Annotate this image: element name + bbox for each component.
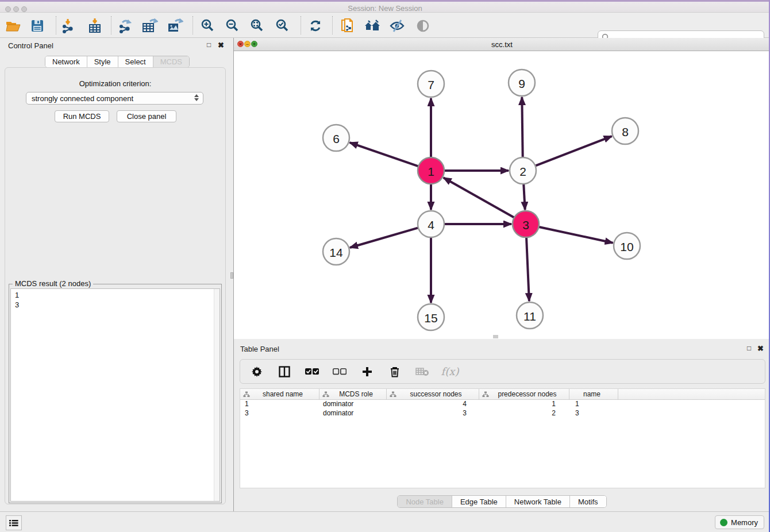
float-panel-icon[interactable]: □ (207, 41, 211, 49)
tab-network[interactable]: Network (45, 56, 87, 67)
edge-3-11[interactable] (526, 236, 529, 301)
edge-3-10[interactable] (538, 226, 613, 242)
tab-edge-table[interactable]: Edge Table (452, 496, 506, 507)
table-cell[interactable]: 3 (569, 409, 618, 418)
select-spinner-icon (194, 94, 199, 101)
node-label-1: 1 (428, 165, 434, 178)
import-network-icon[interactable] (60, 17, 77, 34)
control-panel: Control Panel □ ✖ NetworkStyleSelectMCDS… (0, 38, 230, 511)
close-panel-icon[interactable]: ✖ (218, 41, 224, 49)
delete-table-icon[interactable] (415, 364, 430, 379)
network-canvas[interactable]: 1234678910111415 (234, 51, 770, 339)
deselect-all-checkboxes-icon[interactable] (332, 364, 347, 379)
open-session-icon[interactable] (5, 17, 22, 34)
tab-mcds[interactable]: MCDS (153, 56, 189, 67)
table-cell[interactable]: 2 (479, 409, 569, 418)
node-label-10: 10 (620, 240, 633, 253)
column-header-MCDS-role[interactable]: MCDS role (319, 389, 387, 399)
task-history-button[interactable] (6, 515, 22, 530)
result-scrollbar[interactable] (214, 289, 220, 501)
select-all-checkboxes-icon[interactable] (305, 364, 319, 379)
function-builder-icon[interactable]: f(x) (442, 364, 457, 379)
tab-network-table[interactable]: Network Table (506, 496, 570, 507)
zoom-in-icon[interactable] (199, 17, 217, 34)
close-panel-button[interactable]: Close panel (117, 110, 176, 122)
column-header-successor-nodes[interactable]: successor nodes (387, 389, 479, 399)
node-label-4: 4 (428, 218, 434, 232)
edge-2-3[interactable] (523, 183, 525, 210)
column-header-shared-name[interactable]: shared name (240, 389, 319, 399)
table-cell[interactable]: 3 (387, 409, 479, 418)
status-bar: Memory (0, 511, 770, 532)
edge-1-6[interactable] (350, 142, 420, 167)
table-row[interactable]: 1dominator411 (240, 400, 765, 409)
export-image-icon[interactable] (167, 17, 184, 34)
canvas-resize-handle[interactable] (493, 335, 498, 338)
toggle-panes-icon[interactable] (277, 364, 292, 379)
result-line: 3 (15, 300, 220, 310)
edge-4-14[interactable] (350, 228, 419, 248)
settings-icon[interactable] (249, 364, 264, 379)
optimization-criterion-value: strongly connected component (32, 94, 133, 103)
network-title: scc.txt (234, 40, 770, 49)
optimization-criterion-label: Optimization criterion: (5, 79, 225, 88)
edge-2-9[interactable] (522, 97, 522, 159)
zoom-selected-icon[interactable] (274, 17, 291, 34)
toolbar-separator (332, 16, 333, 34)
network-graph: 1234678910111415 (234, 51, 770, 339)
table-cell[interactable]: 4 (387, 400, 479, 409)
export-network-icon[interactable] (117, 17, 134, 34)
optimization-criterion-select[interactable]: strongly connected component (26, 92, 203, 105)
edge-2-8[interactable] (534, 136, 612, 166)
first-neighbors-icon[interactable] (364, 17, 381, 34)
splitter-handle[interactable] (230, 272, 233, 279)
tab-select[interactable]: Select (118, 56, 153, 67)
table-cell[interactable]: 1 (240, 400, 319, 409)
table-toolbar: f(x) (240, 359, 765, 384)
table-cell[interactable]: 1 (569, 400, 618, 409)
table-header-row: shared nameMCDS rolesuccessor nodesprede… (240, 389, 765, 400)
tab-style[interactable]: Style (87, 56, 118, 67)
table-float-icon[interactable]: □ (747, 344, 751, 352)
table-close-icon[interactable]: ✖ (757, 344, 764, 353)
column-header-name[interactable]: name (569, 389, 618, 399)
run-mcds-button[interactable]: Run MCDS (55, 110, 109, 122)
edge-3-1[interactable] (444, 178, 515, 218)
zoom-fit-icon[interactable] (249, 17, 266, 34)
node-label-8: 8 (622, 125, 629, 138)
zoom-out-icon[interactable] (224, 17, 241, 34)
export-table-icon[interactable] (141, 17, 159, 34)
network-view-window: × – + scc.txt 1234678910111415 (234, 38, 770, 339)
node-label-11: 11 (523, 310, 536, 323)
table-cell[interactable]: dominator (319, 409, 387, 418)
save-session-icon[interactable] (29, 17, 46, 34)
new-network-from-selection-icon[interactable] (339, 17, 356, 34)
hide-selected-icon[interactable] (388, 17, 406, 34)
tab-node-table[interactable]: Node Table (398, 496, 452, 507)
mcds-result-textarea[interactable]: 13 (10, 288, 220, 502)
main-toolbar (0, 13, 770, 38)
toolbar-separator (192, 16, 193, 34)
toolbar-separator (56, 16, 56, 34)
mcds-result-title: MCDS result (2 nodes) (13, 279, 93, 288)
table-cell[interactable]: 3 (240, 409, 319, 418)
app-titlebar: Session: New Session (0, 0, 770, 13)
memory-label: Memory (731, 518, 758, 527)
delete-column-icon[interactable] (387, 364, 402, 379)
table-panel-tabs: Node TableEdge TableNetwork TableMotifs (397, 495, 606, 508)
memory-button[interactable]: Memory (715, 515, 764, 529)
table-row[interactable]: 3dominator323 (240, 409, 765, 418)
table-panel: Table Panel □ ✖ f(x) shared nameMCDS rol… (234, 342, 770, 511)
table-cell[interactable]: dominator (319, 400, 387, 409)
add-column-icon[interactable] (360, 364, 375, 379)
show-all-icon[interactable] (414, 17, 432, 34)
node-table: shared nameMCDS rolesuccessor nodesprede… (240, 388, 765, 488)
refresh-icon[interactable] (307, 17, 324, 34)
tab-motifs[interactable]: Motifs (570, 496, 606, 507)
app-title: Session: New Session (0, 4, 770, 13)
table-cell[interactable]: 1 (479, 400, 569, 409)
node-label-3: 3 (522, 218, 529, 232)
import-table-icon[interactable] (86, 17, 103, 34)
node-label-7: 7 (428, 78, 434, 91)
column-header-predecessor-nodes[interactable]: predecessor nodes (479, 389, 569, 399)
